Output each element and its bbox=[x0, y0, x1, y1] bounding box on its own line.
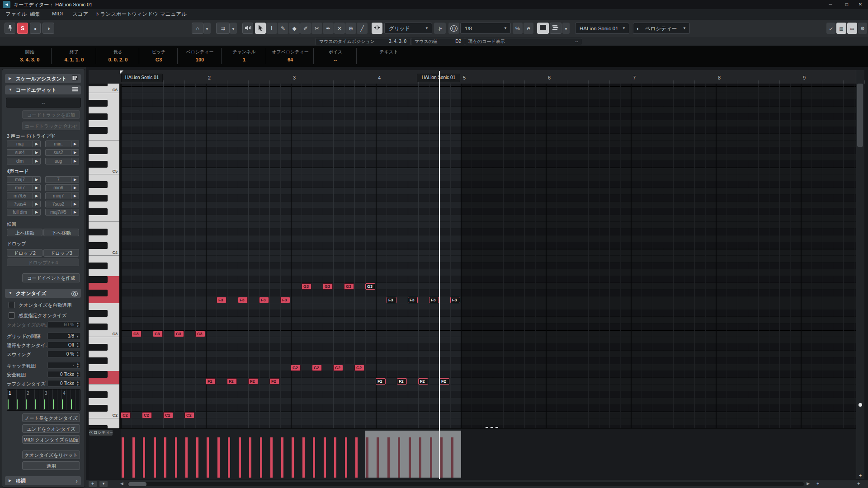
piano-key[interactable] bbox=[89, 398, 119, 405]
velocity-bar[interactable] bbox=[185, 437, 188, 478]
triad-play-icon[interactable]: ▶ bbox=[71, 141, 79, 147]
triad-play-icon[interactable]: ▶ bbox=[33, 158, 41, 164]
tetrad-button-7sus4[interactable]: 7sus4 bbox=[7, 201, 33, 207]
open-in-window-button[interactable]: ↙ bbox=[826, 23, 835, 34]
quantize-action-button-2[interactable]: エンドをクオンタイズ bbox=[22, 424, 80, 433]
midi-note-f3-15[interactable]: F3 bbox=[280, 297, 290, 303]
drop2-4-button[interactable]: ドロップ2 + 4 bbox=[7, 258, 79, 266]
drop-button-2[interactable]: ドロップ3 bbox=[43, 249, 79, 257]
velocity-bar[interactable] bbox=[324, 437, 326, 478]
midi-note-g2-18[interactable]: G2 bbox=[312, 365, 322, 371]
menu-item-6[interactable]: ウィンドウ bbox=[132, 11, 158, 18]
piano-key[interactable] bbox=[89, 174, 119, 181]
piano-key-black[interactable] bbox=[89, 242, 108, 249]
triad-button-dim[interactable]: dim bbox=[7, 158, 33, 164]
velocity-bar[interactable] bbox=[207, 437, 209, 478]
midi-note-c2-0[interactable]: C2 bbox=[121, 412, 131, 418]
piano-key[interactable] bbox=[89, 283, 119, 290]
triad-play-icon[interactable]: ▶ bbox=[33, 149, 41, 156]
quantize-action-button-1[interactable]: ノート長をクオンタイズ bbox=[22, 413, 80, 422]
quantize-row-field-4[interactable]: 0 %▲▼ bbox=[47, 351, 81, 357]
create-chord-event-button[interactable]: コードイベントを作成 bbox=[22, 273, 80, 282]
vertical-scrollbar-thumb[interactable] bbox=[857, 84, 863, 147]
stepper-icons[interactable]: ▲▼ bbox=[76, 342, 79, 348]
piano-key-black[interactable] bbox=[89, 290, 108, 296]
midi-note-g3-23[interactable]: G3 bbox=[365, 283, 375, 290]
tetrad-play-icon[interactable]: ▶ bbox=[71, 176, 79, 183]
midi-note-c3-1[interactable]: C3 bbox=[132, 331, 142, 337]
piano-key[interactable] bbox=[89, 202, 119, 208]
tetrad-play-icon[interactable]: ▶ bbox=[33, 184, 41, 191]
piano-key[interactable] bbox=[89, 418, 119, 425]
midi-note-g3-17[interactable]: G3 bbox=[302, 283, 311, 290]
solo-button[interactable]: S bbox=[17, 23, 28, 34]
midi-note-f2-26[interactable]: F2 bbox=[397, 378, 407, 385]
quantize-row-field-3[interactable]: Off▲▼ bbox=[47, 342, 81, 348]
tool-trim[interactable]: ✐ bbox=[300, 23, 311, 34]
velocity-bar[interactable] bbox=[366, 437, 368, 478]
piano-key[interactable] bbox=[89, 385, 119, 391]
triad-button-aug[interactable]: aug bbox=[45, 158, 71, 164]
menu-item-2[interactable]: 編集 bbox=[30, 11, 40, 18]
stepper-icons[interactable]: ▲▼ bbox=[76, 362, 79, 369]
midi-note-f2-14[interactable]: F2 bbox=[269, 378, 279, 385]
controller-select[interactable]: ベロシティー▼◐ bbox=[633, 23, 690, 34]
stepper-icons[interactable]: ▲▼ bbox=[76, 371, 79, 378]
preset-dropdown-arrow[interactable]: ▼ bbox=[203, 23, 211, 34]
info-field-2[interactable]: 終了4. 1. 1. 0 bbox=[52, 46, 96, 67]
piano-key[interactable] bbox=[89, 215, 119, 222]
controller-lane-menu-arrow[interactable]: ▼ bbox=[99, 481, 108, 487]
setup-toolbar-button[interactable]: ⚙ bbox=[858, 23, 867, 34]
piano-key[interactable] bbox=[89, 364, 119, 371]
part-name-label-start[interactable]: HALion Sonic 01 bbox=[121, 74, 163, 82]
velocity-bar[interactable] bbox=[249, 437, 251, 478]
tetrad-play-icon[interactable]: ▶ bbox=[71, 184, 79, 191]
quantize-row-field-5[interactable]: -▲▼ bbox=[47, 362, 81, 369]
lower-zone-toggle[interactable]: ▭ bbox=[847, 23, 857, 34]
velocity-bar[interactable] bbox=[419, 437, 421, 478]
triad-play-icon[interactable]: ▶ bbox=[33, 141, 41, 147]
horizontal-scrollbar-thumb[interactable] bbox=[128, 482, 146, 486]
triad-button-sus4[interactable]: sus4 bbox=[7, 149, 33, 156]
stepper-icons[interactable]: ▲▼ bbox=[76, 322, 79, 328]
maximize-button[interactable]: □ bbox=[839, 0, 854, 9]
section-chord-edit[interactable]: ▼コードエディット bbox=[5, 85, 81, 94]
info-field-5[interactable]: ベロシティー100 bbox=[178, 46, 222, 67]
quantize-panel-button[interactable]: e bbox=[524, 23, 533, 34]
info-field-6[interactable]: チャンネル1 bbox=[222, 46, 266, 67]
piano-key[interactable] bbox=[89, 317, 119, 324]
tool-zoom[interactable]: ⊕ bbox=[345, 23, 356, 34]
midi-note-c3-5[interactable]: C3 bbox=[174, 331, 184, 337]
midi-note-g3-19[interactable]: G3 bbox=[323, 283, 333, 290]
midi-note-f3-29[interactable]: F3 bbox=[429, 297, 439, 303]
tetrad-button-minj7[interactable]: minj7 bbox=[45, 192, 71, 199]
quantize-row-field-2[interactable]: 1/8▼ bbox=[47, 333, 81, 339]
quantize-apply-button-2[interactable]: 適用 bbox=[22, 461, 80, 470]
midi-note-f3-31[interactable]: F3 bbox=[450, 297, 460, 303]
inversion-button-1[interactable]: 上へ移動 bbox=[7, 229, 42, 236]
tool-mute[interactable]: ✕ bbox=[334, 23, 345, 34]
piano-key[interactable] bbox=[89, 134, 119, 141]
quantize-action-button-3[interactable]: MIDI クオンタイズを固定 bbox=[22, 435, 80, 444]
triad-button-sus2[interactable]: sus2 bbox=[45, 149, 71, 156]
tetrad-play-icon[interactable]: ▶ bbox=[71, 201, 79, 207]
preset-button[interactable]: ⌂ bbox=[192, 23, 203, 34]
match-chord-track-button[interactable]: コードトラックに合わせる bbox=[22, 122, 80, 130]
audition-speaker-button[interactable] bbox=[242, 23, 253, 34]
midi-note-c3-7[interactable]: C3 bbox=[195, 331, 205, 337]
midi-note-f2-12[interactable]: F2 bbox=[248, 378, 258, 385]
velocity-bar[interactable] bbox=[440, 437, 443, 478]
snap-button[interactable] bbox=[372, 23, 382, 34]
midi-note-f2-28[interactable]: F2 bbox=[418, 378, 428, 385]
midi-note-f3-13[interactable]: F3 bbox=[259, 297, 269, 303]
piano-key[interactable] bbox=[89, 141, 119, 147]
tetrad-button-maj7/#5[interactable]: maj7/#5 bbox=[45, 209, 71, 216]
horizontal-zoom-plus-icon[interactable]: + bbox=[816, 481, 819, 486]
piano-key[interactable] bbox=[89, 337, 119, 344]
scroll-left-arrow[interactable]: ◀ bbox=[120, 481, 123, 486]
midi-note-f2-30[interactable]: F2 bbox=[439, 378, 449, 385]
tetrad-play-icon[interactable]: ▶ bbox=[71, 192, 79, 199]
lane-resize-handle[interactable] bbox=[486, 427, 498, 428]
inversion-button-2[interactable]: 下へ移動 bbox=[43, 229, 79, 236]
velocity-bar[interactable] bbox=[292, 437, 294, 478]
